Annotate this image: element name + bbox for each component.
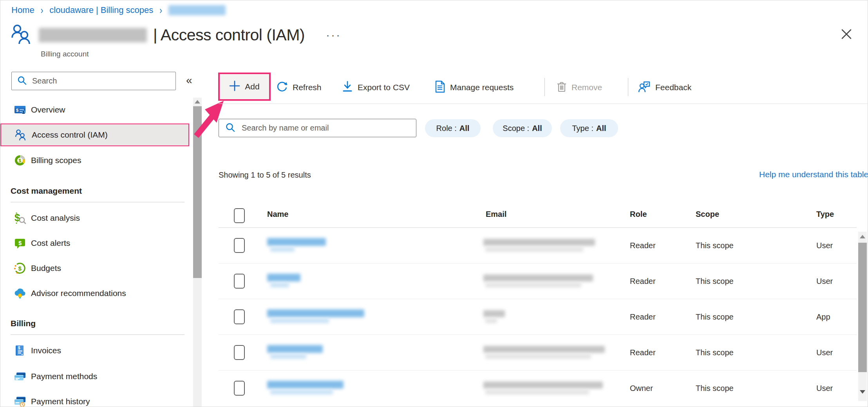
member-name-redacted[interactable] — [267, 345, 323, 359]
type-filter-pill[interactable]: Type : All — [560, 119, 618, 137]
row-checkbox[interactable] — [234, 238, 245, 253]
sidebar-scrollbar-thumb[interactable] — [193, 106, 202, 278]
invoices-icon: $ — [14, 344, 26, 357]
sidebar-item-billing-scopes[interactable]: $ Billing scopes — [0, 149, 190, 172]
sidebar-item-advisor-recommendations[interactable]: Advisor recommendations — [0, 282, 190, 305]
type-cell: User — [816, 335, 833, 371]
role-cell: Reader — [630, 263, 656, 299]
export-button-label: Export to CSV — [358, 83, 410, 92]
payment-history-icon — [14, 395, 26, 407]
breadcrumb-home-link[interactable]: Home — [11, 5, 34, 15]
sidebar-item-access-control-iam[interactable]: Access control (IAM) — [0, 124, 189, 146]
page-header: | Access control (IAM) ··· — [11, 22, 341, 47]
feedback-button[interactable]: Feedback — [638, 75, 691, 100]
collapse-sidebar-button[interactable]: « — [186, 74, 192, 87]
svg-text:$: $ — [18, 346, 20, 350]
search-icon — [225, 122, 235, 134]
add-button[interactable]: Add — [218, 73, 271, 101]
member-email-redacted — [483, 239, 595, 252]
breadcrumb-billing-scopes-link[interactable]: cloudaware | Billing scopes — [49, 5, 153, 15]
table-row: Reader This scope User — [219, 335, 857, 371]
table-row: Reader This scope User — [219, 228, 857, 263]
search-icon — [17, 76, 27, 87]
row-checkbox[interactable] — [234, 345, 245, 360]
sidebar-search-input[interactable] — [31, 76, 175, 86]
column-header-role[interactable]: Role — [630, 210, 647, 219]
sidebar-item-cost-analysis[interactable]: $ Cost analysis — [0, 207, 190, 229]
sidebar-item-payment-history[interactable]: Payment history — [0, 390, 190, 407]
export-to-csv-button[interactable]: Export to CSV — [342, 75, 410, 100]
scroll-down-icon[interactable] — [860, 390, 865, 394]
member-name-redacted[interactable] — [267, 274, 300, 287]
breadcrumb-current-redacted[interactable] — [168, 5, 226, 15]
document-icon — [434, 80, 445, 94]
toolbar-separator — [628, 78, 628, 96]
filter-label: Scope : — [503, 124, 529, 133]
refresh-icon — [276, 81, 288, 94]
sidebar-item-invoices[interactable]: $ Invoices — [0, 339, 190, 362]
breadcrumb-separator-icon: › — [159, 5, 162, 16]
row-checkbox[interactable] — [234, 381, 245, 396]
sidebar-scrollbar[interactable] — [193, 98, 202, 407]
member-name-redacted[interactable] — [267, 309, 364, 323]
role-cell: Reader — [630, 299, 656, 335]
type-cell: User — [816, 263, 833, 299]
column-header-scope[interactable]: Scope — [696, 210, 719, 219]
table-scrollbar[interactable] — [858, 232, 867, 401]
scope-cell: This scope — [696, 335, 734, 371]
advisor-recommendations-icon — [14, 287, 26, 300]
budgets-icon: $ — [14, 262, 26, 274]
manage-requests-button-label: Manage requests — [450, 83, 514, 92]
row-checkbox[interactable] — [234, 274, 245, 289]
breadcrumb-separator-icon: › — [41, 5, 43, 16]
sidebar-item-cost-alerts[interactable]: $ Cost alerts — [0, 232, 190, 254]
close-icon[interactable] — [839, 27, 854, 41]
column-header-type[interactable]: Type — [816, 210, 834, 219]
billing-account-name-redacted — [39, 28, 147, 42]
type-cell: User — [816, 228, 833, 263]
column-header-name[interactable]: Name — [267, 210, 288, 219]
sidebar-item-payment-methods[interactable]: Payment methods — [0, 365, 190, 388]
sidebar-item-label: Overview — [31, 105, 65, 114]
member-search-input[interactable] — [241, 123, 416, 133]
sidebar-item-label: Invoices — [31, 346, 61, 355]
access-control-icon — [14, 129, 27, 141]
results-summary: Showing 1 to 5 of 5 results — [219, 171, 311, 180]
type-cell: App — [816, 299, 830, 335]
scroll-up-icon[interactable] — [860, 235, 865, 238]
table-scrollbar-thumb[interactable] — [858, 243, 867, 372]
member-email-redacted — [483, 274, 593, 287]
download-icon — [342, 81, 353, 94]
plus-icon — [229, 80, 240, 93]
sidebar-item-budgets[interactable]: $ Budgets — [0, 257, 190, 280]
scope-cell: This scope — [696, 263, 734, 299]
sidebar-search-box — [11, 72, 176, 90]
role-filter-pill[interactable]: Role : All — [425, 119, 481, 137]
sidebar-item-label: Advisor recommendations — [31, 289, 126, 298]
filter-value: All — [459, 124, 470, 133]
member-name-redacted[interactable] — [267, 238, 326, 252]
select-all-checkbox[interactable] — [234, 208, 245, 223]
billing-scopes-icon: $ — [14, 154, 26, 167]
help-me-understand-link[interactable]: Help me understand this table — [759, 170, 868, 179]
cost-analysis-icon: $ — [14, 212, 26, 224]
sidebar-item-label: Payment methods — [31, 372, 97, 381]
table-row: Reader This scope User — [219, 263, 857, 299]
refresh-button-label: Refresh — [293, 83, 322, 92]
refresh-button[interactable]: Refresh — [276, 75, 322, 100]
add-button-label: Add — [245, 82, 259, 91]
page-subtitle: Billing account — [41, 50, 89, 58]
sidebar-item-label: Budgets — [31, 263, 61, 273]
row-checkbox[interactable] — [234, 309, 245, 324]
member-name-redacted[interactable] — [267, 381, 344, 394]
filter-label: Type : — [572, 124, 593, 133]
scroll-up-icon[interactable] — [195, 100, 200, 104]
divider — [11, 334, 184, 335]
sidebar-item-overview[interactable]: $ Overview — [0, 98, 190, 121]
manage-requests-button[interactable]: Manage requests — [434, 75, 514, 100]
sidebar-item-label: Billing scopes — [31, 156, 81, 165]
column-header-email[interactable]: Email — [486, 210, 506, 219]
more-menu-button[interactable]: ··· — [326, 28, 341, 42]
scope-cell: This scope — [696, 228, 734, 263]
scope-filter-pill[interactable]: Scope : All — [493, 119, 552, 137]
